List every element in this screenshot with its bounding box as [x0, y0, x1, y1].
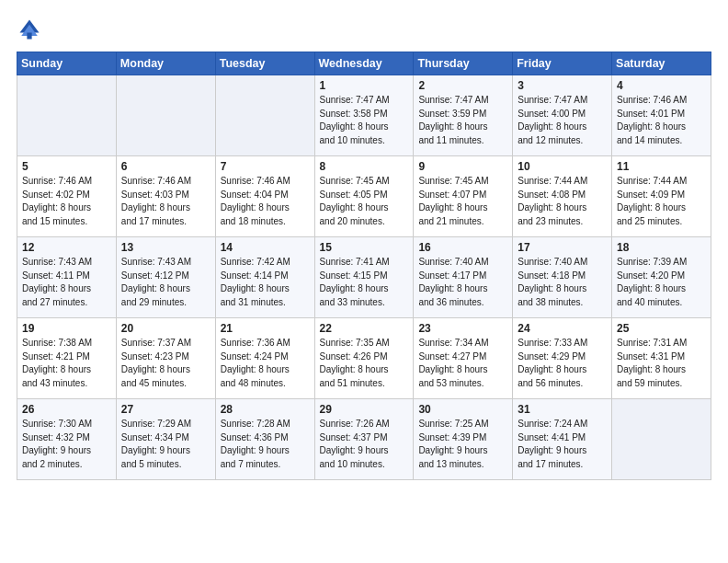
day-number: 26	[22, 403, 111, 416]
calendar-cell: 4Sunrise: 7:46 AMSunset: 4:01 PMDaylight…	[612, 75, 711, 156]
day-info: Sunrise: 7:36 AMSunset: 4:24 PMDaylight:…	[221, 338, 290, 388]
day-info: Sunrise: 7:45 AMSunset: 4:07 PMDaylight:…	[418, 176, 488, 226]
calendar-cell: 22Sunrise: 7:35 AMSunset: 4:26 PMDayligh…	[314, 318, 414, 399]
day-number: 17	[518, 241, 607, 254]
day-info: Sunrise: 7:40 AMSunset: 4:17 PMDaylight:…	[418, 257, 488, 307]
day-number: 19	[22, 322, 111, 335]
calendar-cell: 16Sunrise: 7:40 AMSunset: 4:17 PMDayligh…	[414, 237, 513, 318]
week-row-1: 1Sunrise: 7:47 AMSunset: 3:58 PMDaylight…	[17, 75, 711, 156]
day-number: 2	[418, 79, 507, 92]
day-number: 5	[22, 160, 111, 173]
day-info: Sunrise: 7:47 AMSunset: 3:59 PMDaylight:…	[418, 95, 488, 145]
page: SundayMondayTuesdayWednesdayThursdayFrid…	[0, 0, 728, 563]
header-row: SundayMondayTuesdayWednesdayThursdayFrid…	[17, 52, 711, 75]
day-info: Sunrise: 7:34 AMSunset: 4:27 PMDaylight:…	[418, 338, 488, 388]
calendar-cell: 30Sunrise: 7:25 AMSunset: 4:39 PMDayligh…	[414, 399, 513, 480]
calendar-cell: 20Sunrise: 7:37 AMSunset: 4:23 PMDayligh…	[116, 318, 215, 399]
day-number: 18	[617, 241, 706, 254]
day-number: 13	[121, 241, 210, 254]
svg-rect-2	[27, 33, 31, 40]
day-info: Sunrise: 7:45 AMSunset: 4:05 PMDaylight:…	[320, 176, 390, 226]
day-number: 20	[121, 322, 210, 335]
day-info: Sunrise: 7:31 AMSunset: 4:31 PMDaylight:…	[617, 338, 687, 388]
day-info: Sunrise: 7:46 AMSunset: 4:04 PMDaylight:…	[221, 176, 290, 226]
calendar-cell: 9Sunrise: 7:45 AMSunset: 4:07 PMDaylight…	[414, 156, 513, 237]
day-number: 3	[518, 79, 607, 92]
day-number: 16	[418, 241, 507, 254]
day-info: Sunrise: 7:46 AMSunset: 4:02 PMDaylight:…	[22, 176, 92, 226]
calendar-cell: 24Sunrise: 7:33 AMSunset: 4:29 PMDayligh…	[513, 318, 612, 399]
calendar-cell: 3Sunrise: 7:47 AMSunset: 4:00 PMDaylight…	[513, 75, 612, 156]
day-info: Sunrise: 7:46 AMSunset: 4:01 PMDaylight:…	[617, 95, 687, 145]
week-row-3: 12Sunrise: 7:43 AMSunset: 4:11 PMDayligh…	[17, 237, 711, 318]
calendar-cell: 15Sunrise: 7:41 AMSunset: 4:15 PMDayligh…	[314, 237, 414, 318]
calendar-cell: 28Sunrise: 7:28 AMSunset: 4:36 PMDayligh…	[215, 399, 314, 480]
week-row-2: 5Sunrise: 7:46 AMSunset: 4:02 PMDaylight…	[17, 156, 711, 237]
day-info: Sunrise: 7:33 AMSunset: 4:29 PMDaylight:…	[518, 338, 587, 388]
calendar-cell: 25Sunrise: 7:31 AMSunset: 4:31 PMDayligh…	[612, 318, 711, 399]
calendar-cell: 10Sunrise: 7:44 AMSunset: 4:08 PMDayligh…	[513, 156, 612, 237]
day-info: Sunrise: 7:40 AMSunset: 4:18 PMDaylight:…	[518, 257, 587, 307]
calendar-cell: 26Sunrise: 7:30 AMSunset: 4:32 PMDayligh…	[17, 399, 117, 480]
day-info: Sunrise: 7:35 AMSunset: 4:26 PMDaylight:…	[320, 338, 390, 388]
calendar-cell: 11Sunrise: 7:44 AMSunset: 4:09 PMDayligh…	[612, 156, 711, 237]
week-row-5: 26Sunrise: 7:30 AMSunset: 4:32 PMDayligh…	[17, 399, 711, 480]
day-header-tuesday: Tuesday	[215, 52, 314, 75]
day-number: 25	[617, 322, 706, 335]
day-info: Sunrise: 7:44 AMSunset: 4:08 PMDaylight:…	[518, 176, 587, 226]
calendar-cell: 18Sunrise: 7:39 AMSunset: 4:20 PMDayligh…	[612, 237, 711, 318]
week-row-4: 19Sunrise: 7:38 AMSunset: 4:21 PMDayligh…	[17, 318, 711, 399]
day-info: Sunrise: 7:46 AMSunset: 4:03 PMDaylight:…	[121, 176, 191, 226]
day-info: Sunrise: 7:39 AMSunset: 4:20 PMDaylight:…	[617, 257, 687, 307]
day-info: Sunrise: 7:47 AMSunset: 3:58 PMDaylight:…	[320, 95, 390, 145]
day-number: 31	[518, 403, 607, 416]
day-header-monday: Monday	[116, 52, 215, 75]
day-info: Sunrise: 7:42 AMSunset: 4:14 PMDaylight:…	[221, 257, 290, 307]
calendar-cell: 19Sunrise: 7:38 AMSunset: 4:21 PMDayligh…	[17, 318, 117, 399]
day-number: 29	[320, 403, 409, 416]
calendar-cell	[116, 75, 215, 156]
day-number: 11	[617, 160, 706, 173]
day-number: 15	[320, 241, 409, 254]
day-info: Sunrise: 7:43 AMSunset: 4:12 PMDaylight:…	[121, 257, 191, 307]
day-info: Sunrise: 7:25 AMSunset: 4:39 PMDaylight:…	[418, 419, 488, 469]
day-number: 30	[418, 403, 507, 416]
day-header-friday: Friday	[513, 52, 612, 75]
logo	[17, 17, 46, 42]
header	[17, 17, 711, 42]
day-number: 23	[418, 322, 507, 335]
calendar-table: SundayMondayTuesdayWednesdayThursdayFrid…	[17, 52, 711, 480]
calendar-cell: 8Sunrise: 7:45 AMSunset: 4:05 PMDaylight…	[314, 156, 414, 237]
day-info: Sunrise: 7:26 AMSunset: 4:37 PMDaylight:…	[320, 419, 390, 469]
day-info: Sunrise: 7:30 AMSunset: 4:32 PMDaylight:…	[22, 419, 92, 469]
day-info: Sunrise: 7:47 AMSunset: 4:00 PMDaylight:…	[518, 95, 587, 145]
day-number: 4	[617, 79, 706, 92]
calendar-cell: 7Sunrise: 7:46 AMSunset: 4:04 PMDaylight…	[215, 156, 314, 237]
day-header-saturday: Saturday	[612, 52, 711, 75]
calendar-cell: 12Sunrise: 7:43 AMSunset: 4:11 PMDayligh…	[17, 237, 117, 318]
day-number: 10	[518, 160, 607, 173]
logo-icon	[17, 17, 42, 42]
day-number: 24	[518, 322, 607, 335]
day-number: 21	[221, 322, 310, 335]
calendar-cell: 21Sunrise: 7:36 AMSunset: 4:24 PMDayligh…	[215, 318, 314, 399]
calendar-cell	[215, 75, 314, 156]
calendar-cell: 31Sunrise: 7:24 AMSunset: 4:41 PMDayligh…	[513, 399, 612, 480]
day-info: Sunrise: 7:41 AMSunset: 4:15 PMDaylight:…	[320, 257, 390, 307]
day-info: Sunrise: 7:24 AMSunset: 4:41 PMDaylight:…	[518, 419, 587, 469]
day-header-thursday: Thursday	[414, 52, 513, 75]
calendar-cell: 27Sunrise: 7:29 AMSunset: 4:34 PMDayligh…	[116, 399, 215, 480]
calendar-cell: 13Sunrise: 7:43 AMSunset: 4:12 PMDayligh…	[116, 237, 215, 318]
day-info: Sunrise: 7:37 AMSunset: 4:23 PMDaylight:…	[121, 338, 191, 388]
day-number: 22	[320, 322, 409, 335]
day-info: Sunrise: 7:29 AMSunset: 4:34 PMDaylight:…	[121, 419, 191, 469]
day-number: 9	[418, 160, 507, 173]
calendar-cell	[17, 75, 117, 156]
day-header-wednesday: Wednesday	[314, 52, 414, 75]
calendar-cell: 6Sunrise: 7:46 AMSunset: 4:03 PMDaylight…	[116, 156, 215, 237]
calendar-cell: 29Sunrise: 7:26 AMSunset: 4:37 PMDayligh…	[314, 399, 414, 480]
day-number: 1	[320, 79, 409, 92]
day-info: Sunrise: 7:44 AMSunset: 4:09 PMDaylight:…	[617, 176, 687, 226]
day-info: Sunrise: 7:28 AMSunset: 4:36 PMDaylight:…	[221, 419, 290, 469]
day-info: Sunrise: 7:43 AMSunset: 4:11 PMDaylight:…	[22, 257, 92, 307]
